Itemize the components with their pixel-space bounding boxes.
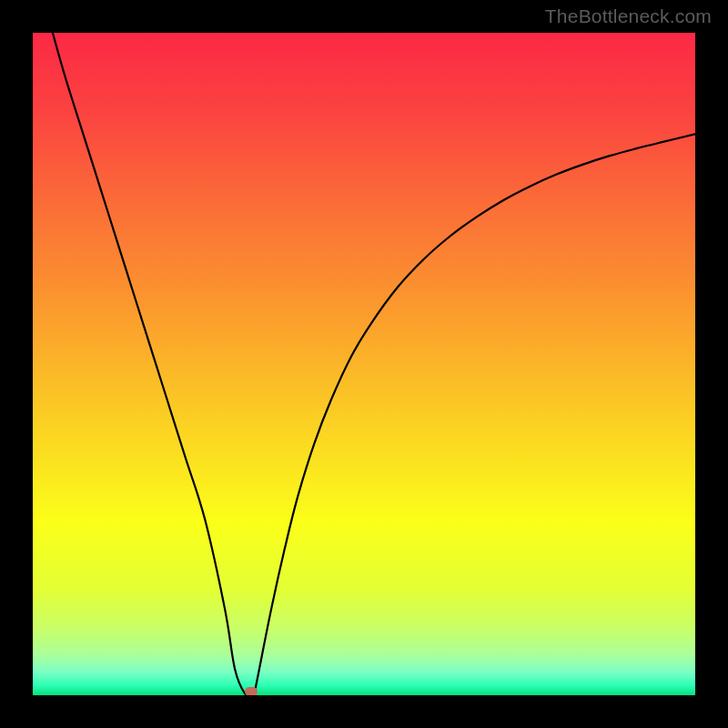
outer-frame: TheBottleneck.com (0, 0, 728, 728)
curve-layer (33, 33, 695, 695)
bottleneck-marker (245, 687, 258, 695)
plot-area (33, 33, 695, 695)
bottleneck-curve (53, 33, 695, 695)
attribution-label: TheBottleneck.com (545, 5, 712, 27)
